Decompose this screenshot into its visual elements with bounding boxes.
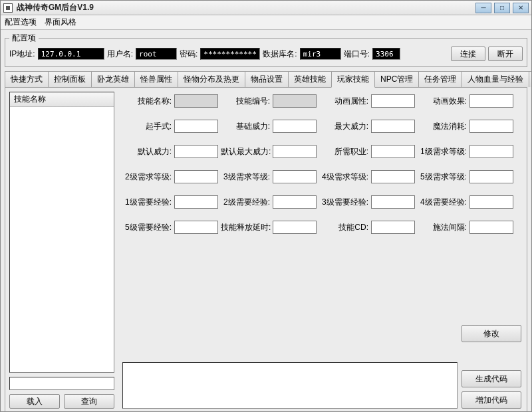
field-input-0[interactable] xyxy=(174,94,218,108)
field-label-12: 2级需求等级: xyxy=(122,171,172,183)
tab-7[interactable]: 玩家技能 xyxy=(331,71,375,88)
port-label: 端口号: xyxy=(344,49,370,60)
ip-input[interactable] xyxy=(38,48,104,60)
tab-0[interactable]: 快捷方式 xyxy=(5,71,49,87)
tab-2[interactable]: 卧龙英雄 xyxy=(91,71,135,87)
minimize-button[interactable]: ─ xyxy=(475,3,491,13)
config-legend: 配置项 xyxy=(9,33,39,44)
field-label-23: 施法间隔: xyxy=(418,222,467,233)
field-input-17[interactable] xyxy=(273,195,317,209)
field-label-5: 基础威力: xyxy=(221,121,270,132)
field-input-6[interactable] xyxy=(371,120,415,133)
field-label-9: 默认最大威力: xyxy=(221,146,270,157)
close-button[interactable]: ✕ xyxy=(513,3,529,13)
field-input-7[interactable] xyxy=(469,120,513,133)
field-input-2[interactable] xyxy=(371,94,415,108)
tab-11[interactable]: 素材热更 xyxy=(529,71,532,87)
ip-label: IP地址: xyxy=(9,49,35,60)
field-label-8: 默认威力: xyxy=(122,146,172,157)
load-button[interactable]: 载入 xyxy=(9,394,60,409)
field-input-10[interactable] xyxy=(371,145,415,158)
field-label-18: 3级需要经验: xyxy=(319,197,368,208)
tab-8[interactable]: NPC管理 xyxy=(374,71,419,87)
user-label: 用户名: xyxy=(107,49,133,60)
field-input-3[interactable] xyxy=(469,94,513,108)
field-input-15[interactable] xyxy=(469,170,513,183)
tab-9[interactable]: 任务管理 xyxy=(418,71,462,87)
menu-style[interactable]: 界面风格 xyxy=(45,17,76,28)
user-input[interactable] xyxy=(136,48,177,60)
pwd-label: 密码: xyxy=(180,49,198,60)
field-label-11: 1级需求等级: xyxy=(418,146,467,157)
field-input-8[interactable] xyxy=(174,145,218,158)
field-label-19: 4级需要经验: xyxy=(418,197,467,208)
field-label-10: 所需职业: xyxy=(319,146,368,157)
field-label-16: 1级需要经验: xyxy=(122,197,172,208)
field-input-22[interactable] xyxy=(371,221,415,234)
field-label-14: 4级需求等级: xyxy=(319,171,368,183)
field-input-4[interactable] xyxy=(174,120,218,133)
field-input-5[interactable] xyxy=(273,120,317,133)
db-label: 数据库名: xyxy=(263,49,297,60)
field-label-3: 动画效果: xyxy=(418,96,467,107)
field-input-20[interactable] xyxy=(174,221,218,234)
tab-1[interactable]: 控制面板 xyxy=(48,71,92,87)
modify-button[interactable]: 修改 xyxy=(462,325,521,342)
pwd-input[interactable] xyxy=(200,48,260,60)
field-label-2: 动画属性: xyxy=(319,96,368,107)
field-input-21[interactable] xyxy=(273,221,317,234)
field-label-1: 技能编号: xyxy=(221,96,270,107)
field-input-1[interactable] xyxy=(273,94,317,108)
field-input-11[interactable] xyxy=(469,145,513,158)
skill-listbox[interactable]: 技能名称 xyxy=(9,92,114,373)
field-input-23[interactable] xyxy=(469,221,513,234)
titlebar: 战神传奇GM后台V1.9 ─ □ ✕ xyxy=(1,1,531,15)
tabbody: 技能名称 载入 查询 技能名称:技能编号:动画属性:动画效果:起手式:基础威力:… xyxy=(5,88,527,412)
db-input[interactable] xyxy=(300,48,341,60)
field-label-4: 起手式: xyxy=(122,121,172,132)
code-textarea[interactable] xyxy=(122,362,458,409)
gen-code-button[interactable]: 生成代码 xyxy=(462,370,521,387)
tab-5[interactable]: 物品设置 xyxy=(245,71,289,87)
field-input-12[interactable] xyxy=(174,170,218,183)
field-input-18[interactable] xyxy=(371,195,415,209)
field-label-21: 技能释放延时: xyxy=(221,222,270,233)
field-label-22: 技能CD: xyxy=(319,222,368,233)
window-title: 战神传奇GM后台V1.9 xyxy=(17,2,475,13)
menubar: 配置选项 界面风格 xyxy=(1,15,531,30)
config-fieldset: 配置项 IP地址: 用户名: 密码: 数据库名: 端口号: 连接 断开 xyxy=(5,33,527,67)
tabbar: 快捷方式控制面板卧龙英雄怪兽属性怪物分布及热更物品设置英雄技能玩家技能NPC管理… xyxy=(5,71,527,88)
field-label-0: 技能名称: xyxy=(122,96,172,107)
field-input-19[interactable] xyxy=(469,195,513,209)
field-input-9[interactable] xyxy=(273,145,317,158)
port-input[interactable] xyxy=(372,48,400,60)
field-grid: 技能名称:技能编号:动画属性:动画效果:起手式:基础威力:最大威力:魔法消耗:默… xyxy=(122,94,521,234)
maximize-button[interactable]: □ xyxy=(494,3,510,13)
field-label-20: 5级需要经验: xyxy=(122,222,172,233)
skill-filter-input[interactable] xyxy=(9,377,114,390)
tab-6[interactable]: 英雄技能 xyxy=(288,71,332,87)
add-code-button[interactable]: 增加代码 xyxy=(462,391,521,409)
tab-3[interactable]: 怪兽属性 xyxy=(134,71,178,87)
field-label-15: 5级需求等级: xyxy=(418,171,467,183)
field-label-6: 最大威力: xyxy=(319,121,368,132)
skill-list-header: 技能名称 xyxy=(10,92,114,107)
field-label-13: 3级需求等级: xyxy=(221,171,270,183)
field-input-14[interactable] xyxy=(371,170,415,183)
tab-10[interactable]: 人物血量与经验 xyxy=(462,71,529,87)
field-label-17: 2级需要经验: xyxy=(221,197,270,208)
query-button[interactable]: 查询 xyxy=(64,394,114,409)
connect-button[interactable]: 连接 xyxy=(451,47,485,61)
field-label-7: 魔法消耗: xyxy=(418,121,467,132)
tab-4[interactable]: 怪物分布及热更 xyxy=(178,71,245,87)
app-icon xyxy=(3,3,13,13)
field-input-16[interactable] xyxy=(174,195,218,209)
disconnect-button[interactable]: 断开 xyxy=(488,47,523,61)
field-input-13[interactable] xyxy=(273,170,317,183)
menu-config[interactable]: 配置选项 xyxy=(5,17,37,28)
